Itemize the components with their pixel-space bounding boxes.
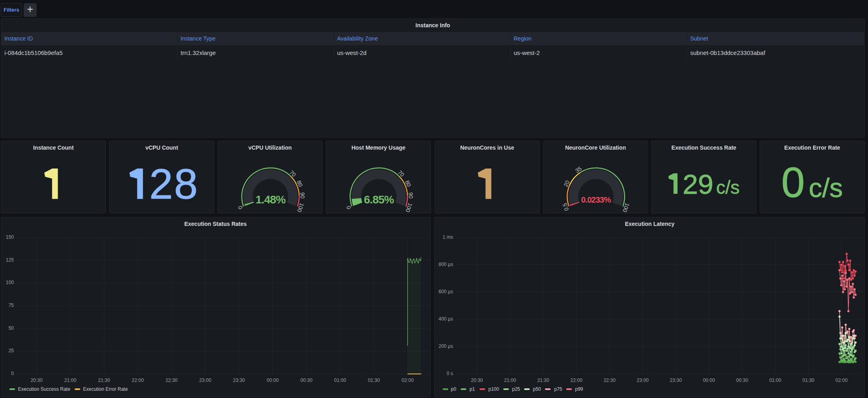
svg-text:70: 70 — [396, 169, 405, 178]
svg-text:p100: p100 — [488, 386, 499, 392]
svg-text:02:00: 02:00 — [402, 378, 414, 383]
svg-text:100: 100 — [296, 202, 305, 213]
svg-text:01:30: 01:30 — [368, 378, 380, 383]
svg-text:02:00: 02:00 — [835, 378, 848, 383]
svg-text:21:30: 21:30 — [537, 378, 549, 383]
svg-text:20:30: 20:30 — [471, 378, 483, 383]
svg-text:p1: p1 — [470, 386, 475, 392]
svg-text:125: 125 — [6, 257, 14, 263]
svg-text:0: 0 — [345, 205, 352, 210]
svg-text:p50: p50 — [533, 386, 541, 392]
svg-text:21:30: 21:30 — [98, 378, 110, 383]
svg-text:p75: p75 — [554, 386, 562, 392]
svg-text:800 µs: 800 µs — [439, 262, 453, 267]
svg-text:p99: p99 — [575, 386, 583, 392]
svg-text:01:00: 01:00 — [334, 378, 346, 383]
svg-text:1.48%: 1.48% — [256, 193, 286, 206]
svg-text:400 µs: 400 µs — [439, 316, 453, 322]
svg-text:00:00: 00:00 — [703, 378, 715, 383]
svg-text:23:00: 23:00 — [636, 378, 648, 383]
svg-text:90: 90 — [299, 192, 306, 199]
svg-text:0: 0 — [11, 371, 14, 376]
svg-text:21:00: 21:00 — [504, 378, 516, 383]
svg-text:25: 25 — [8, 348, 14, 353]
svg-text:29: 29 — [683, 169, 714, 200]
svg-text:100: 100 — [6, 280, 14, 285]
svg-text:Execution Error Rate: Execution Error Rate — [83, 386, 128, 392]
svg-text:00:30: 00:30 — [301, 378, 313, 383]
svg-text:1 ms: 1 ms — [443, 234, 453, 240]
svg-text:01:30: 01:30 — [802, 378, 814, 383]
svg-text:p0: p0 — [451, 386, 457, 392]
svg-text:100: 100 — [405, 202, 414, 213]
svg-text:Execution Status Rates: Execution Status Rates — [184, 221, 247, 227]
svg-text:35: 35 — [574, 165, 583, 174]
svg-text:0: 0 — [237, 205, 244, 210]
svg-text:p25: p25 — [512, 386, 520, 392]
svg-text:22:00: 22:00 — [132, 378, 144, 383]
svg-text:c/s: c/s — [809, 173, 843, 203]
svg-text:c/s: c/s — [716, 177, 740, 198]
svg-text:0: 0 — [781, 159, 805, 206]
svg-text:0.0233%: 0.0233% — [581, 195, 611, 204]
svg-text:90: 90 — [408, 192, 415, 199]
svg-text:21:00: 21:00 — [64, 378, 76, 383]
svg-text:20:30: 20:30 — [30, 378, 43, 383]
svg-text:Execution Latency: Execution Latency — [625, 221, 675, 227]
svg-text:50: 50 — [8, 325, 14, 331]
svg-text:100: 100 — [622, 202, 631, 213]
svg-text:Execution Success Rate: Execution Success Rate — [18, 386, 70, 392]
svg-text:00:00: 00:00 — [267, 378, 279, 383]
svg-text:22:30: 22:30 — [604, 378, 616, 383]
svg-text:150: 150 — [6, 234, 14, 240]
svg-text:22:30: 22:30 — [165, 378, 177, 383]
svg-text:23:30: 23:30 — [670, 378, 682, 383]
svg-text:23:00: 23:00 — [199, 378, 211, 383]
svg-text:28: 28 — [149, 160, 199, 207]
svg-text:200 µs: 200 µs — [439, 343, 453, 349]
svg-text:70: 70 — [288, 169, 297, 178]
svg-text:600 µs: 600 µs — [439, 289, 453, 294]
svg-text:01:00: 01:00 — [769, 378, 781, 383]
svg-text:6.85%: 6.85% — [364, 193, 394, 206]
svg-text:22:00: 22:00 — [570, 378, 582, 383]
svg-text:23:30: 23:30 — [233, 378, 245, 383]
svg-text:0 s: 0 s — [447, 371, 453, 376]
svg-text:75: 75 — [8, 303, 14, 308]
svg-text:00:30: 00:30 — [736, 378, 748, 383]
